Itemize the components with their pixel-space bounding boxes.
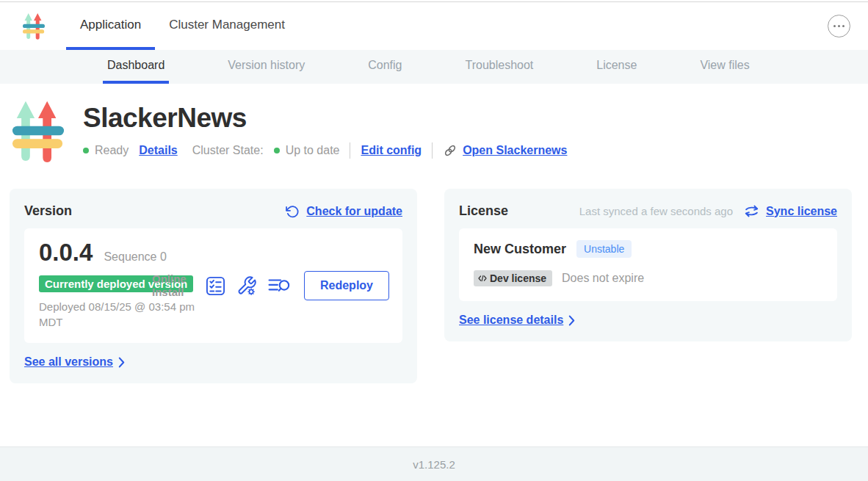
slackernews-logo-small xyxy=(22,12,46,41)
subnav-troubleshoot[interactable]: Troubleshoot xyxy=(460,50,538,84)
redeploy-button[interactable]: Redeploy xyxy=(304,271,389,300)
tab-cluster-management-label: Cluster Management xyxy=(169,18,285,32)
ellipsis-menu-button[interactable] xyxy=(828,15,850,37)
license-expiry: Does not expire xyxy=(562,272,644,285)
chevron-right-icon xyxy=(568,315,575,326)
see-all-versions-link[interactable]: See all versions xyxy=(24,355,125,369)
sequence-label: Sequence 0 xyxy=(104,250,166,264)
see-license-details-link[interactable]: See license details xyxy=(459,314,575,327)
version-card: Version Check for update 0.0.4 xyxy=(10,189,417,383)
admin-console-page: Application Cluster Management Dashboard… xyxy=(0,0,868,481)
license-type-badge: Dev license xyxy=(474,270,552,286)
console-tabs: Application Cluster Management xyxy=(66,2,299,50)
cluster-state-label: Cluster State: xyxy=(192,144,264,157)
preflight-checklist-icon[interactable] xyxy=(206,276,225,296)
subnav-version-history[interactable]: Version history xyxy=(223,50,309,84)
divider xyxy=(432,142,433,159)
chevron-right-icon xyxy=(118,357,125,368)
open-app-link[interactable]: Open Slackernews xyxy=(463,144,567,157)
console-footer: v1.125.2 xyxy=(0,446,868,481)
tab-application[interactable]: Application xyxy=(66,2,155,50)
current-version-panel: 0.0.4 Sequence 0 Currently deployed vers… xyxy=(24,228,402,343)
refresh-icon xyxy=(285,204,300,219)
license-details-panel: New Customer Unstable Dev license Does n… xyxy=(459,228,837,301)
details-link[interactable]: Details xyxy=(139,144,177,157)
last-synced-text: Last synced a few seconds ago xyxy=(579,205,733,217)
ellipsis-icon xyxy=(833,25,836,28)
subnav-view-files[interactable]: View files xyxy=(695,50,753,84)
channel-badge: Unstable xyxy=(576,240,632,258)
edit-config-link[interactable]: Edit config xyxy=(361,144,422,157)
sync-arrows-icon xyxy=(744,204,759,218)
app-header: SlackerNews Ready Details Cluster State:… xyxy=(0,84,868,167)
subnav-license[interactable]: License xyxy=(592,50,641,84)
license-card-title: License xyxy=(459,203,508,219)
wrench-gear-config-icon[interactable] xyxy=(236,275,257,296)
console-version: v1.125.2 xyxy=(413,458,455,471)
code-icon xyxy=(477,274,488,283)
top-nav-bar: Application Cluster Management xyxy=(0,2,868,50)
dashboard-cards: Version Check for update 0.0.4 xyxy=(0,167,868,383)
sync-license-link[interactable]: Sync license xyxy=(766,205,837,218)
chain-link-icon xyxy=(443,143,457,158)
ready-status-dot xyxy=(83,148,89,153)
app-status-row: Ready Details Cluster State: Up to date … xyxy=(83,142,567,159)
file-search-icon[interactable] xyxy=(268,276,290,295)
slackernews-logo-large xyxy=(11,97,65,167)
tab-application-label: Application xyxy=(80,18,141,32)
version-number: 0.0.4 xyxy=(39,239,93,267)
ready-status-text: Ready xyxy=(95,144,129,157)
check-for-update-link[interactable]: Check for update xyxy=(306,205,402,218)
license-card: License Last synced a few seconds ago Sy… xyxy=(444,189,852,341)
page-title: SlackerNews xyxy=(83,103,567,134)
subnav-config[interactable]: Config xyxy=(364,50,406,84)
version-actions: Online Install xyxy=(152,271,389,300)
version-card-title: Version xyxy=(24,203,72,219)
deployed-timestamp: Deployed 08/15/25 @ 03:54 pm MDT xyxy=(39,299,197,330)
dashboard-main: SlackerNews Ready Details Cluster State:… xyxy=(0,84,868,383)
divider xyxy=(350,142,350,159)
install-type-label: Online Install xyxy=(152,272,192,299)
app-subnav: Dashboard Version history Config Trouble… xyxy=(0,50,868,84)
subnav-dashboard[interactable]: Dashboard xyxy=(103,50,169,84)
customer-name: New Customer xyxy=(474,242,566,257)
cluster-state-value: Up to date xyxy=(286,144,340,157)
cluster-state-dot xyxy=(274,148,280,153)
tab-cluster-management[interactable]: Cluster Management xyxy=(155,2,299,50)
